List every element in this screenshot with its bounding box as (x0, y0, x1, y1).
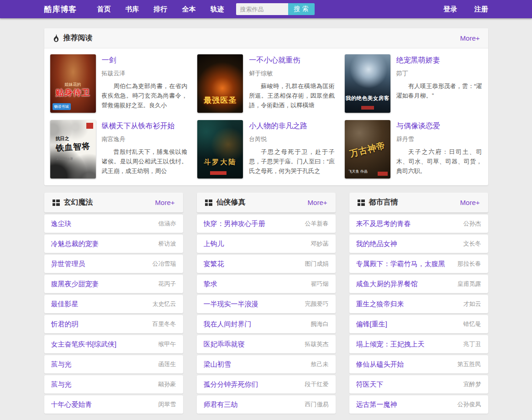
cover-title: 铁血智将 (52, 140, 94, 154)
book-list-item: 修仙从磕头开始第五胜民 (349, 355, 488, 373)
nav-item-complete[interactable]: 全本 (182, 5, 196, 14)
book-title-link[interactable]: 挚求 (204, 280, 217, 289)
book-list-item: 孤分分钟弄死你们段干红爱 (197, 375, 336, 394)
search-button[interactable]: 搜 索 (288, 3, 315, 15)
book-title-link[interactable]: 宴繁花 (204, 260, 224, 268)
book-list-item: 梁山初雪敖己未 (197, 355, 336, 373)
fire-icon (53, 34, 59, 42)
book-title-link[interactable]: 远古第一魔神 (356, 400, 397, 409)
book-list-item: 十年心爱始青闵翠雪 (44, 395, 183, 414)
login-link[interactable]: 登录 (443, 5, 457, 13)
recommended-more-link[interactable]: More+ (460, 34, 480, 42)
book-author: 皇甫觅露 (454, 280, 481, 288)
book-description: 周伯仁為吏部尚書，在省内夜疾危急。時刁玄亮為尚書令，營救備親好之至。良久小 (102, 81, 188, 110)
search-box: 搜 索 (236, 3, 315, 15)
book-title-link[interactable]: 绝宠黑萌娇妻 (396, 56, 482, 65)
book-author: 敖己未 (307, 360, 329, 368)
book-author: 才如云 (460, 300, 481, 308)
book-title-link[interactable]: 一半现实一半浪漫 (204, 300, 258, 309)
book-title-link[interactable]: 咸鱼大厨的异界餐馆 (356, 280, 418, 289)
book-title-link[interactable]: 逸尘玦 (51, 220, 72, 228)
category-more-link[interactable]: More+ (155, 199, 175, 206)
book-title-link[interactable]: 一剑 (102, 56, 188, 65)
book-title-link[interactable]: 茧与光 (51, 360, 72, 369)
book-title-link[interactable]: 修仙从磕头开始 (356, 360, 404, 369)
category-columns: 玄幻魔法 More+ 逸尘玦信涵亦 冷魅总裁的宠妻桥访波 异世管理员公冶雪瑞 腹… (44, 193, 488, 415)
cover-badge: 畅读书城 (53, 103, 71, 110)
book-title-link[interactable]: 孤分分钟弄死你们 (204, 380, 258, 389)
book-title-link[interactable]: 冷魅总裁的宠妻 (51, 240, 99, 248)
book-title-link[interactable]: 一不小心就重伤 (249, 56, 335, 65)
book-title-link[interactable]: 来不及思考的青春 (356, 220, 411, 228)
section-title: 推荐阅读 (63, 33, 93, 43)
book-description: 昔殷纣乱天下，脯鬼侯以飨诸侯。是以周公相武王以伐纣。武王崩，成王幼弱，周公 (102, 147, 188, 176)
book-author: 图门成娟 (301, 260, 329, 268)
book-title-link[interactable]: 梁山初雪 (204, 360, 231, 369)
book-title-link[interactable]: 忻君的玥 (51, 320, 79, 329)
book-title-link[interactable]: 女主奋笔疾书[综武侠] (51, 340, 116, 349)
cover-author-line: 371981◎著 (57, 157, 73, 161)
book-title-link[interactable]: 与偶像谈恋爱 (396, 121, 482, 131)
book-cover[interactable]: 最强医圣 (197, 54, 243, 113)
book-list-item: 快穿：男神攻心手册公羊新春 (197, 215, 336, 233)
book-title-link[interactable]: 塌上倾宠：王妃拽上天 (356, 340, 425, 349)
book-title-link[interactable]: 异世管理员 (51, 260, 85, 268)
book-author: 南宫逸舟 (102, 135, 188, 143)
book-title-link[interactable]: 重生之狼帝归来 (356, 300, 404, 309)
book-author: 西门傲易 (301, 400, 329, 409)
nav-item-ranking[interactable]: 排行 (154, 5, 168, 14)
book-author: 信涵亦 (155, 220, 176, 228)
book-cover[interactable]: 万古神帝 飞天鱼 作品 (345, 120, 390, 178)
book-title-link[interactable]: 我在人间封界门 (204, 320, 252, 329)
category-more-link[interactable]: More+ (460, 199, 480, 206)
nav-item-track[interactable]: 轨迹 (211, 5, 224, 14)
cover-title: 斗罗大陆 (197, 158, 243, 167)
book-title-link[interactable]: 十年心爱始青 (51, 400, 92, 409)
book-author: 缑甲午 (155, 340, 176, 348)
book-title-link[interactable]: 茧与光 (51, 380, 72, 389)
book-list-item: 女主奋笔疾书[综武侠]缑甲午 (44, 335, 183, 353)
register-link[interactable]: 注册 (474, 5, 488, 13)
book-author: 兆丁丑 (460, 340, 481, 348)
nav-item-library[interactable]: 书库 (126, 5, 139, 14)
book-author: 翟巧烟 (307, 280, 329, 288)
search-input[interactable] (236, 3, 288, 15)
book-title-link[interactable]: 最佳影星 (51, 300, 79, 309)
book-cover[interactable]: 斗罗大陆 (197, 120, 243, 178)
grid-icon (53, 200, 60, 206)
nav-item-home[interactable]: 首页 (97, 5, 111, 14)
book-title-link[interactable]: 偏锋[重生] (356, 320, 387, 329)
page-content: 推荐阅读 More+ 姐妹花的 贴身侍卫 畅读书城 一剑 拓跋云泽 周伯仁為吏部… (44, 28, 488, 415)
book-author: 阙海白 (307, 320, 329, 328)
book-title-link[interactable]: 小人物的非凡之路 (249, 121, 335, 131)
category-header: 玄幻魔法 More+ (44, 193, 183, 213)
book-title-link[interactable]: 医妃乖乖就寝 (204, 340, 245, 349)
book-cover[interactable]: 姐妹花的 贴身侍卫 畅读书城 (50, 54, 96, 113)
book-card: 斗罗大陆 小人物的非凡之路 台芮悦 子思之母死于卫，赴于子思，子思哭于庙。门人至… (197, 120, 335, 178)
book-title-link[interactable]: 专属殿下：学霸竹马，太腹黑 (356, 260, 445, 268)
category-more-link[interactable]: More+ (308, 199, 327, 206)
category-title: 玄幻魔法 (64, 198, 93, 207)
book-author: 那拉长春 (454, 260, 481, 268)
book-title-link[interactable]: 快穿：男神攻心手册 (204, 220, 265, 228)
book-author: 鲜于综敏 (249, 69, 335, 78)
book-title-link[interactable]: 我的绝品女神 (356, 240, 397, 248)
recommended-header: 推荐阅读 More+ (44, 28, 488, 48)
book-title-link[interactable]: 上钩儿 (204, 240, 224, 248)
book-list-item: 茧与光函莲生 (44, 355, 183, 373)
book-title-link[interactable]: 师君有三劫 (204, 400, 238, 409)
book-card: 万古神帝 飞天鱼 作品 与偶像谈恋爱 辟丹雪 天子之六府：日司土、司木、司水、司… (345, 120, 482, 178)
book-list-item: 我在人间封界门阙海白 (197, 315, 336, 333)
book-list-item: 茧与光颛孙豪 (44, 375, 183, 394)
cover-author-line: 飞天鱼 作品 (348, 169, 368, 174)
book-title-link[interactable]: 纵横天下从铁布衫开始 (102, 121, 188, 131)
book-title-link[interactable]: 符医天下 (356, 380, 384, 389)
book-cover[interactable]: 我的绝色美女房客 (345, 54, 390, 113)
category-section-dushi: 都市言情 More+ 来不及思考的青春公孙杰 我的绝品女神文长冬 专属殿下：学霸… (349, 193, 488, 415)
site-logo[interactable]: 酷库博客 (44, 4, 77, 15)
book-title-link[interactable]: 腹黑夜少甜宠妻 (51, 280, 99, 289)
book-list-item: 挚求翟巧烟 (197, 275, 336, 293)
book-cover[interactable]: 抗日之 铁血智将 371981◎著 (50, 120, 96, 178)
book-author: 函莲生 (155, 360, 176, 368)
category-section-xianxia: 仙侠修真 More+ 快穿：男神攻心手册公羊新春 上钩儿邓妙菡 宴繁花图门成娟 … (197, 193, 336, 415)
